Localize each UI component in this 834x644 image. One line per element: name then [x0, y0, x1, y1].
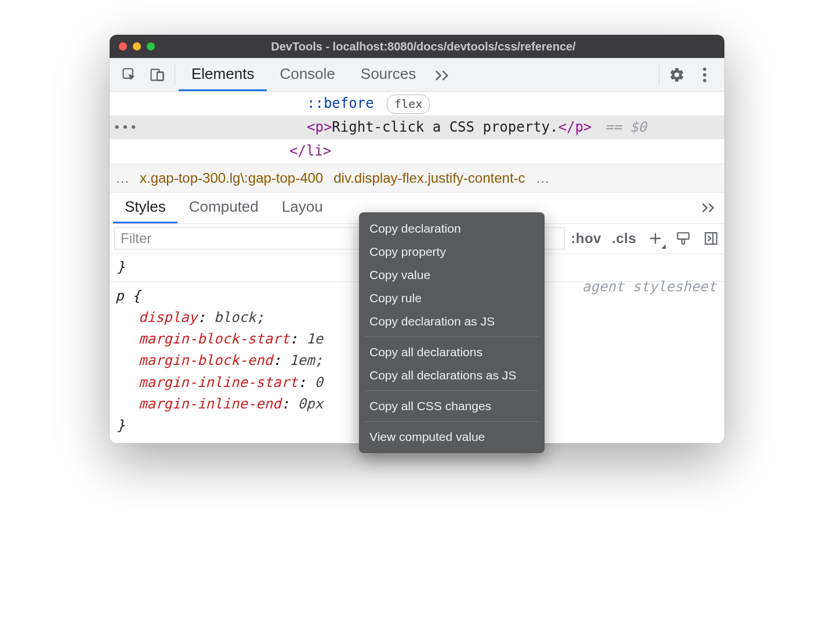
dom-line-pseudo[interactable]: ::before flex [110, 92, 724, 115]
dom-open-tag: <p> [307, 119, 332, 135]
tab-sources[interactable]: Sources [348, 58, 429, 91]
settings-gear-icon[interactable] [663, 58, 691, 91]
css-property-value[interactable]: block; [214, 309, 264, 325]
context-menu-item[interactable]: Copy all declarations as JS [359, 364, 545, 387]
breadcrumb-item[interactable]: x.gap-top-300.lg\:gap-top-400 [140, 170, 323, 186]
tab-console[interactable]: Console [267, 58, 347, 91]
styles-filter-actions: :hov .cls [571, 230, 720, 247]
context-menu: Copy declarationCopy propertyCopy valueC… [359, 212, 545, 453]
breadcrumb-overflow-left[interactable]: … [115, 170, 129, 186]
device-toolbar-icon[interactable] [143, 58, 171, 91]
context-menu-item[interactable]: Copy all CSS changes [359, 395, 545, 418]
svg-point-5 [703, 73, 706, 77]
context-menu-item[interactable]: Copy rule [359, 287, 545, 310]
css-property-name[interactable]: margin-block-start [139, 331, 289, 347]
css-property-value[interactable]: 1e [306, 331, 323, 347]
subtab-layout[interactable]: Layou [270, 193, 335, 223]
css-property-value[interactable]: 1em; [289, 352, 323, 368]
context-menu-separator [365, 421, 539, 422]
svg-rect-7 [677, 233, 689, 239]
paint-brush-icon[interactable] [675, 230, 692, 247]
svg-point-6 [703, 78, 706, 82]
main-tabs: Elements Console Sources [179, 58, 456, 91]
css-property-value[interactable]: 0px [298, 396, 323, 412]
context-menu-separator [365, 390, 539, 391]
toggle-class-button[interactable]: .cls [612, 230, 636, 247]
svg-rect-2 [157, 72, 164, 80]
css-property-name[interactable]: display [139, 309, 197, 325]
dom-line-close-li[interactable]: </li> [110, 139, 724, 163]
css-property-name[interactable]: margin-inline-start [139, 374, 298, 390]
dom-line-selected[interactable]: ••• <p>Right-click a CSS property.</p> =… [110, 115, 724, 139]
dom-text: Right-click a CSS property. [332, 119, 558, 135]
context-menu-item[interactable]: Copy declaration as JS [359, 310, 545, 333]
subtab-computed[interactable]: Computed [177, 193, 270, 223]
svg-point-4 [703, 67, 706, 71]
context-menu-item[interactable]: Copy property [359, 240, 545, 263]
subtabs-overflow-icon[interactable] [693, 193, 724, 223]
dom-close-li: </li> [289, 143, 331, 159]
toolbar-divider [175, 64, 175, 85]
tabs-overflow-icon[interactable] [429, 58, 456, 91]
breadcrumb-item[interactable]: div.display-flex.justify-content-c [333, 170, 525, 186]
titlebar: DevTools - localhost:8080/docs/devtools/… [110, 35, 724, 58]
context-menu-item[interactable]: Copy value [359, 263, 545, 287]
toolbar-divider-right [659, 64, 659, 85]
context-menu-item[interactable]: Copy declaration [359, 217, 545, 240]
ellipsis-icon[interactable]: ••• [113, 118, 138, 138]
selected-node-indicator: == $0 [605, 119, 647, 135]
css-property-name[interactable]: margin-block-end [139, 352, 273, 368]
devtools-window: DevTools - localhost:8080/docs/devtools/… [110, 35, 724, 443]
flex-badge[interactable]: flex [387, 95, 430, 114]
toggle-hover-button[interactable]: :hov [571, 230, 601, 247]
breadcrumb[interactable]: … x.gap-top-300.lg\:gap-top-400 div.disp… [110, 164, 724, 193]
dom-tree[interactable]: ::before flex ••• <p>Right-click a CSS p… [110, 92, 724, 164]
main-toolbar: Elements Console Sources [110, 58, 724, 92]
stylesheet-source-label[interactable]: agent stylesheet [582, 276, 716, 298]
inspect-element-icon[interactable] [115, 58, 143, 91]
css-property-name[interactable]: margin-inline-end [139, 396, 281, 412]
subtab-styles[interactable]: Styles [113, 193, 177, 223]
context-menu-item[interactable]: Copy all declarations [359, 341, 545, 364]
dom-close-tag: </p> [559, 119, 592, 135]
new-style-rule-icon[interactable] [647, 230, 664, 247]
more-options-icon[interactable] [691, 58, 719, 91]
pseudo-element-label: ::before [307, 95, 374, 111]
tab-elements[interactable]: Elements [179, 58, 267, 91]
window-title: DevTools - localhost:8080/docs/devtools/… [132, 40, 715, 53]
context-menu-item[interactable]: View computed value [359, 425, 545, 448]
breadcrumb-overflow-right[interactable]: … [536, 170, 550, 186]
computed-sidebar-icon[interactable] [702, 230, 720, 247]
close-window-button[interactable] [119, 42, 127, 50]
css-property-value[interactable]: 0 [314, 374, 322, 390]
context-menu-separator [365, 337, 539, 337]
